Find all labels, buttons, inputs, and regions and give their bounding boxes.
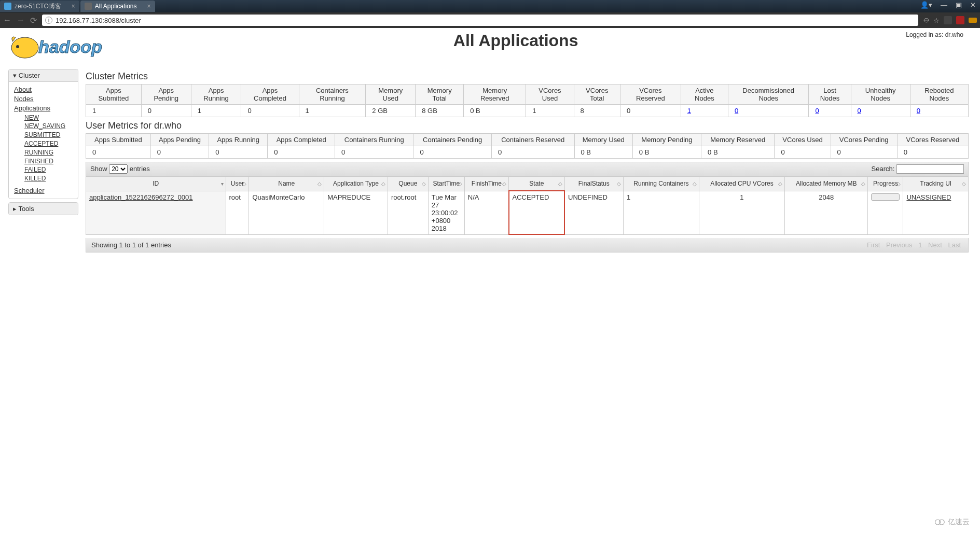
um-value: 0 bbox=[831, 146, 897, 159]
apps-col-header[interactable]: Tracking UI◇ bbox=[903, 177, 969, 191]
ext-icon-3[interactable] bbox=[969, 18, 977, 23]
um-value: 0 bbox=[86, 146, 151, 159]
cell-containers: 1 bbox=[623, 191, 699, 234]
apps-col-header[interactable]: Allocated Memory MB◇ bbox=[785, 177, 868, 191]
apps-col-header[interactable]: State◇ bbox=[509, 177, 565, 191]
close-window-icon[interactable]: ✕ bbox=[968, 1, 978, 9]
cm-value: 1 bbox=[526, 105, 574, 117]
maximize-icon[interactable]: ▣ bbox=[954, 1, 964, 9]
minimize-icon[interactable]: — bbox=[938, 1, 949, 9]
sidebar-cluster-label: Cluster bbox=[19, 72, 40, 79]
sidebar-link-state-running[interactable]: RUNNING bbox=[24, 148, 73, 157]
sidebar-link-state-accepted[interactable]: ACCEPTED bbox=[24, 139, 73, 148]
sort-icon: ◇ bbox=[778, 181, 782, 187]
user-icon[interactable]: 👤▾ bbox=[918, 1, 934, 9]
cm-value: 0 bbox=[851, 105, 910, 117]
sidebar-link-state-submitted[interactable]: SUBMITTED bbox=[24, 131, 73, 139]
sidebar-section-cluster[interactable]: ▾ Cluster bbox=[9, 69, 78, 82]
apps-col-header[interactable]: Application Type◇ bbox=[324, 177, 388, 191]
back-button[interactable]: ← bbox=[3, 16, 11, 25]
url-input[interactable]: i 192.168.77.130:8088/cluster bbox=[42, 15, 918, 26]
um-header: Apps Submitted bbox=[86, 134, 151, 146]
search-input[interactable] bbox=[896, 164, 964, 174]
svg-point-1 bbox=[16, 45, 19, 48]
tab-favicon bbox=[85, 3, 92, 10]
um-header: Memory Pending bbox=[632, 134, 701, 146]
pager-first[interactable]: First bbox=[867, 241, 880, 249]
um-header: Apps Running bbox=[209, 134, 268, 146]
app-id-link[interactable]: application_1522162696272_0001 bbox=[89, 193, 193, 201]
apps-col-header[interactable]: ID▾ bbox=[86, 177, 226, 191]
cm-value: 0 bbox=[141, 105, 191, 117]
pager-page[interactable]: 1 bbox=[918, 241, 922, 249]
cm-node-link[interactable]: 0 bbox=[858, 107, 861, 115]
pager-last[interactable]: Last bbox=[948, 241, 961, 249]
cm-node-link[interactable]: 1 bbox=[687, 107, 691, 115]
sidebar-link-state-failed[interactable]: FAILED bbox=[24, 165, 73, 174]
um-value: 0 bbox=[775, 146, 831, 159]
um-header: VCores Pending bbox=[831, 134, 897, 146]
um-value: 0 bbox=[209, 146, 268, 159]
browser-tab-1[interactable]: All Applications × bbox=[80, 1, 155, 12]
close-icon[interactable]: × bbox=[147, 3, 151, 10]
sidebar-link-state-new-saving[interactable]: NEW_SAVING bbox=[24, 122, 73, 131]
tracking-ui-link[interactable]: UNASSIGNED bbox=[906, 193, 951, 201]
cm-value: 0 bbox=[620, 105, 681, 117]
um-header: Memory Reserved bbox=[701, 134, 775, 146]
sidebar-link-nodes[interactable]: Nodes bbox=[14, 94, 73, 104]
browser-tab-0[interactable]: zero-51CTO博客 × bbox=[0, 1, 79, 12]
sidebar-section-tools[interactable]: ▸ Tools bbox=[9, 203, 78, 215]
cm-header: Apps Running bbox=[191, 85, 241, 105]
apps-col-header[interactable]: Queue◇ bbox=[388, 177, 428, 191]
apps-col-header[interactable]: Name◇ bbox=[249, 177, 324, 191]
apps-col-header[interactable]: FinalStatus◇ bbox=[564, 177, 623, 191]
sidebar-link-state-killed[interactable]: KILLED bbox=[24, 174, 73, 183]
star-icon[interactable]: ☆ bbox=[933, 17, 940, 24]
cm-node-link[interactable]: 0 bbox=[917, 107, 920, 115]
sort-icon: ◇ bbox=[558, 181, 562, 187]
info-icon[interactable]: i bbox=[45, 17, 52, 24]
page-header: hadoop All Applications Logged in as: dr… bbox=[0, 28, 980, 64]
apps-col-header[interactable]: Progress◇ bbox=[868, 177, 903, 191]
sort-icon: ◇ bbox=[962, 181, 966, 187]
cm-header: Decommissioned Nodes bbox=[728, 85, 808, 105]
pager-prev[interactable]: Previous bbox=[886, 241, 913, 249]
translate-icon[interactable]: ⦵ bbox=[923, 17, 929, 24]
sort-icon: ◇ bbox=[242, 181, 246, 187]
close-icon[interactable]: × bbox=[72, 3, 75, 10]
hadoop-logo: hadoop bbox=[6, 31, 126, 64]
cm-node-link[interactable]: 0 bbox=[815, 107, 819, 115]
reload-button[interactable]: ⟳ bbox=[30, 16, 37, 25]
um-header: Containers Reserved bbox=[491, 134, 574, 146]
sidebar-link-about[interactable]: About bbox=[14, 85, 73, 94]
sort-icon: ◇ bbox=[617, 181, 621, 187]
cm-header: Memory Used bbox=[366, 85, 416, 105]
cluster-metrics-table: Apps SubmittedApps PendingApps RunningAp… bbox=[86, 84, 969, 117]
pager-next[interactable]: Next bbox=[928, 241, 942, 249]
forward-button[interactable]: → bbox=[17, 16, 25, 25]
apps-col-header[interactable]: Running Containers◇ bbox=[623, 177, 699, 191]
user-metrics-title: User Metrics for dr.who bbox=[86, 120, 969, 131]
table-info: Showing 1 to 1 of 1 entries bbox=[91, 241, 171, 249]
length-select[interactable]: 20 bbox=[109, 164, 128, 174]
um-value: 0 bbox=[491, 146, 574, 159]
sidebar-link-scheduler[interactable]: Scheduler bbox=[14, 186, 73, 195]
ext-icon-2[interactable] bbox=[956, 16, 964, 24]
um-value: 0 bbox=[413, 146, 492, 159]
sort-icon: ◇ bbox=[381, 181, 385, 187]
apps-col-header[interactable]: Allocated CPU VCores◇ bbox=[699, 177, 784, 191]
apps-col-header[interactable]: StartTime◇ bbox=[428, 177, 464, 191]
sidebar-link-state-finished[interactable]: FINISHED bbox=[24, 157, 73, 166]
cm-header: Memory Total bbox=[416, 85, 464, 105]
apps-col-header[interactable]: FinishTime◇ bbox=[464, 177, 508, 191]
sidebar-link-applications[interactable]: Applications bbox=[14, 104, 73, 113]
cm-node-link[interactable]: 0 bbox=[735, 107, 738, 115]
ext-icon-1[interactable] bbox=[944, 16, 952, 24]
applications-table: ID▾User◇Name◇Application Type◇Queue◇Star… bbox=[86, 176, 969, 235]
address-bar: ← → ⟳ i 192.168.77.130:8088/cluster ⦵ ☆ bbox=[0, 12, 980, 28]
cm-value: 0 bbox=[809, 105, 851, 117]
cm-header: VCores Used bbox=[526, 85, 574, 105]
url-text: 192.168.77.130:8088/cluster bbox=[56, 17, 141, 24]
sidebar-link-state-new[interactable]: NEW bbox=[24, 114, 73, 122]
apps-col-header[interactable]: User◇ bbox=[226, 177, 249, 191]
